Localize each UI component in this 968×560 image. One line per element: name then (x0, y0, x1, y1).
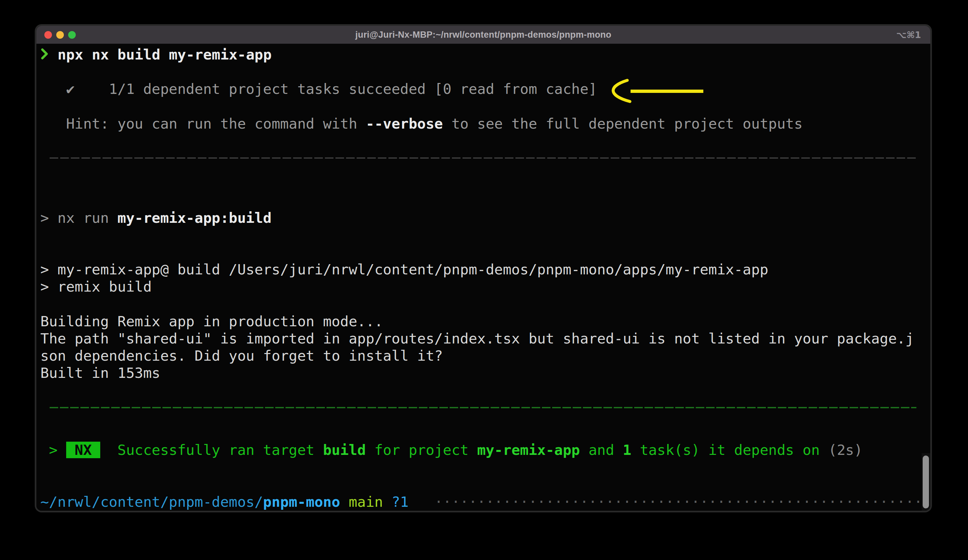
blank-line (40, 63, 930, 80)
nx-badge: NX (66, 442, 101, 458)
success-project-name: my-remix-app (477, 442, 580, 458)
cwd-path: ~/nrwl/content/pnpm-demos/ (40, 494, 263, 510)
command-line: npx nx build my-remix-app (40, 46, 930, 63)
cwd-dir: pnpm-mono (263, 494, 340, 510)
hint-line: Hint: you can run the command with --ver… (40, 115, 930, 132)
blank-line (40, 192, 930, 209)
success-target-name: build (323, 442, 366, 458)
success-text: Successfully ran target (100, 442, 323, 458)
success-task-count: 1 (623, 442, 631, 458)
blank-line (40, 244, 930, 261)
tab-shortcut-hint: ⌥⌘1 (896, 26, 921, 44)
build-output-line: Built in 153ms (40, 364, 930, 382)
build-output-line: son dependencies. Did you forget to inst… (40, 347, 930, 364)
nx-run-line: > nx run my-remix-app:build (40, 209, 930, 226)
titlebar[interactable]: juri@Juri-Nx-MBP:~/nrwl/content/pnpm-dem… (36, 26, 930, 44)
prompt-dotted-filler: ········································… (409, 494, 930, 510)
success-text: and (580, 442, 623, 458)
success-duration: (2s) (829, 442, 863, 458)
blank-line (40, 226, 930, 244)
separator-line-green (40, 407, 930, 424)
traffic-lights (44, 26, 76, 44)
blank-line (40, 132, 930, 149)
tasks-succeeded-line: ✔ 1/1 dependent project tasks succeeded … (40, 80, 930, 97)
minimize-button[interactable] (56, 31, 64, 39)
success-line: > NX Successfully ran target build for p… (40, 441, 930, 459)
yellow-arrow-annotation (604, 77, 713, 107)
typed-command: npx nx build my-remix-app (49, 46, 272, 63)
hint-text: Hint: you can run the command with (40, 116, 366, 132)
blank-line (40, 382, 930, 399)
window-title: juri@Juri-Nx-MBP:~/nrwl/content/pnpm-dem… (355, 30, 612, 40)
nx-run-prefix: > nx run (40, 210, 118, 226)
success-caret: > (40, 442, 66, 458)
hint-text-tail: to see the full dependent project output… (443, 116, 802, 132)
blank-line (40, 175, 930, 192)
verbose-flag: --verbose (366, 116, 443, 132)
success-text: task(s) it depends on (631, 442, 828, 458)
build-output-line: Building Remix app in production mode... (40, 313, 930, 330)
dashed-divider (50, 157, 917, 159)
blank-line (40, 424, 930, 441)
blank-line (40, 459, 930, 476)
pkg-build-line: > my-remix-app@ build /Users/juri/nrwl/c… (40, 261, 930, 278)
blank-line (40, 476, 930, 493)
remix-build-line: > remix build (40, 278, 930, 295)
nx-run-target: my-remix-app:build (118, 210, 272, 226)
scrollbar-thumb[interactable] (923, 456, 929, 509)
blank-line (40, 296, 930, 313)
dashed-divider-green (50, 407, 917, 408)
close-button[interactable] (44, 31, 52, 39)
maximize-button[interactable] (68, 31, 76, 39)
success-text: for project (366, 442, 477, 458)
desktop-background: juri@Juri-Nx-MBP:~/nrwl/content/pnpm-dem… (0, 0, 968, 560)
terminal-content[interactable]: npx nx build my-remix-app ✔ 1/1 dependen… (36, 44, 930, 511)
build-output-line: The path "shared-ui" is imported in app/… (40, 330, 930, 347)
prompt-chevron-icon (40, 48, 49, 59)
prompt-input-line[interactable] (40, 510, 930, 511)
git-branch: main (340, 494, 383, 510)
blank-line (40, 98, 930, 115)
terminal-window: juri@Juri-Nx-MBP:~/nrwl/content/pnpm-dem… (36, 26, 930, 511)
prompt-path-line: ~/nrwl/content/pnpm-demos/pnpm-mono main… (40, 493, 930, 510)
git-status: ?1 (383, 494, 409, 510)
separator-line (40, 157, 930, 175)
